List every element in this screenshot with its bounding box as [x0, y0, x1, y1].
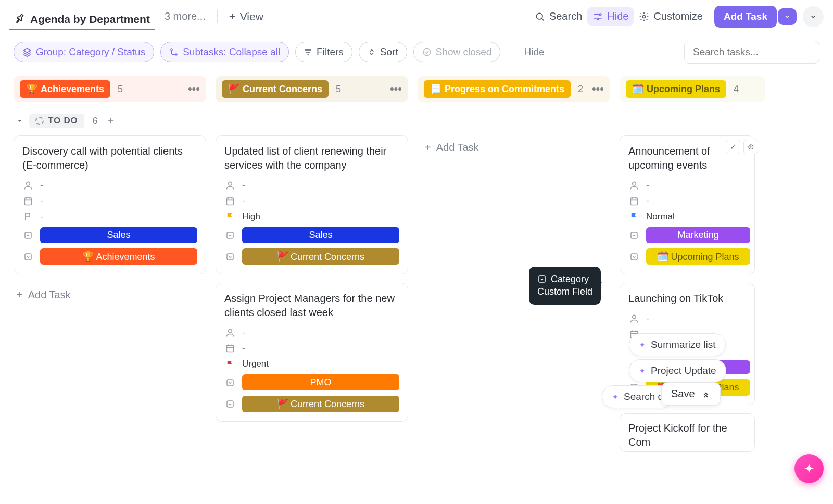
calendar-icon: 🗓️	[632, 83, 643, 95]
swimlane-header[interactable]: TO DO 6	[0, 102, 833, 135]
flag-icon	[224, 359, 236, 369]
svg-rect-8	[24, 198, 31, 205]
group-pill[interactable]: Group: Category / Status	[14, 42, 154, 62]
task-card[interactable]: Assign Project Managers for the new clie…	[216, 283, 408, 422]
current-view-tab[interactable]: Agenda by Department	[9, 10, 155, 30]
more-views-link[interactable]: 3 more...	[165, 10, 206, 22]
customize-button[interactable]: Customize	[634, 7, 708, 26]
svg-point-4	[171, 49, 172, 51]
dropdown-icon	[224, 252, 236, 261]
svg-point-15	[229, 329, 232, 333]
add-task-link[interactable]: + Add Task	[418, 135, 610, 160]
add-view-button[interactable]: + View	[229, 10, 263, 23]
plus-icon: +	[229, 10, 236, 23]
layers-icon	[22, 47, 32, 57]
svg-point-5	[175, 54, 177, 55]
task-card[interactable]: Project Kickoff for the Com	[620, 413, 755, 452]
flag-icon: 🚩	[228, 83, 239, 95]
add-task-button[interactable]: Add Task	[714, 6, 777, 28]
hide-filters-link[interactable]: Hide	[524, 46, 544, 58]
task-card[interactable]: Updated list of client renewing their se…	[216, 135, 408, 274]
task-title: Assign Project Managers for the new clie…	[224, 292, 399, 320]
subtasks-pill[interactable]: Subtasks: Collapse all	[160, 42, 289, 62]
add-subtask-button[interactable]: ⊕	[743, 140, 758, 154]
svg-rect-13	[227, 232, 233, 238]
svg-rect-20	[630, 198, 637, 205]
search-tasks-input[interactable]	[684, 41, 819, 64]
assignee-value: -	[40, 180, 43, 191]
category-badge[interactable]: 🚩Current Concerns	[242, 248, 399, 265]
person-icon	[224, 180, 236, 191]
dropdown-icon	[224, 399, 236, 409]
assignee-value: -	[646, 313, 649, 324]
card-column-achievements: Discovery call with potential clients (E…	[14, 135, 206, 307]
save-chip[interactable]: Save	[661, 382, 721, 406]
person-icon	[628, 180, 640, 191]
dropdown-icon	[22, 252, 34, 261]
column-menu-icon[interactable]: •••	[390, 82, 402, 96]
sparkle-icon: ✦	[612, 392, 619, 402]
task-card[interactable]: Discovery call with potential clients (E…	[14, 135, 206, 274]
search-button[interactable]: Search	[529, 7, 587, 26]
date-value: -	[242, 196, 245, 206]
department-badge[interactable]: Sales	[242, 227, 399, 243]
task-title: Updated list of client renewing their se…	[224, 144, 399, 172]
add-status-button[interactable]	[106, 116, 116, 125]
ai-summarize-chip[interactable]: ✦ Summarize list	[629, 333, 726, 356]
task-card[interactable]: Announcement of upcoming events - - Norm…	[620, 135, 755, 274]
column-header-concerns[interactable]: 🚩 Current Concerns 5 •••	[216, 76, 408, 102]
column-menu-icon[interactable]: •••	[592, 82, 604, 96]
plus-icon: +	[17, 289, 23, 301]
top-toolbar: Agenda by Department 3 more... + View Se…	[0, 0, 833, 33]
status-pill[interactable]: TO DO	[29, 114, 84, 128]
column-header-progress[interactable]: 📃 Progress on Commitments 2 •••	[418, 76, 610, 102]
sort-icon	[368, 48, 376, 56]
ai-project-update-chip[interactable]: ✦ Project Update	[629, 359, 726, 382]
department-badge[interactable]: Marketing	[646, 227, 750, 243]
divider	[217, 10, 218, 23]
svg-point-6	[423, 48, 431, 56]
search-label: Search	[549, 10, 582, 22]
flag-icon	[628, 212, 640, 221]
priority-value: Normal	[646, 211, 675, 222]
divider	[512, 46, 512, 58]
chevron-down-icon[interactable]	[16, 117, 24, 125]
department-badge[interactable]: PMO	[242, 374, 399, 390]
complete-task-button[interactable]: ✓	[726, 140, 740, 154]
view-name: Agenda by Department	[30, 13, 150, 26]
hide-label: Hide	[607, 10, 628, 22]
column-header-upcoming[interactable]: 🗓️ Upcoming Plans 4	[620, 76, 765, 102]
svg-point-7	[27, 182, 30, 185]
dropdown-icon	[628, 231, 640, 240]
dropdown-icon	[224, 231, 236, 240]
show-closed-label: Show closed	[436, 46, 492, 58]
svg-rect-17	[227, 380, 233, 386]
svg-point-0	[536, 13, 542, 19]
column-count: 2	[578, 84, 583, 95]
check-circle-icon	[422, 47, 432, 57]
add-task-dropdown[interactable]	[778, 8, 797, 25]
show-closed-pill[interactable]: Show closed	[413, 42, 501, 62]
pin-icon	[15, 14, 26, 25]
category-badge[interactable]: 🏆Achievements	[40, 248, 197, 265]
priority-value: High	[242, 211, 260, 222]
more-menu-button[interactable]	[803, 6, 824, 27]
sort-pill[interactable]: Sort	[359, 42, 407, 62]
trophy-icon: 🏆	[26, 83, 37, 95]
ai-summarize-label: Summarize list	[651, 339, 716, 350]
filters-pill[interactable]: Filters	[295, 42, 352, 62]
page-icon: 📃	[430, 83, 441, 95]
add-task-link[interactable]: + Add Task	[14, 283, 206, 307]
svg-rect-22	[631, 254, 637, 260]
column-count: 5	[118, 84, 123, 95]
sort-label: Sort	[380, 46, 398, 58]
column-header-achievements[interactable]: 🏆 Achievements 5 •••	[14, 76, 206, 102]
department-badge[interactable]: Sales	[40, 227, 197, 243]
category-badge[interactable]: 🚩Current Concerns	[242, 396, 399, 412]
hide-button[interactable]: Hide	[587, 7, 634, 26]
category-badge[interactable]: 🗓️Upcoming Plans	[646, 248, 750, 265]
status-label: TO DO	[48, 116, 78, 126]
column-tag: 🗓️ Upcoming Plans	[626, 80, 726, 98]
ai-search-label: Search d	[624, 391, 663, 402]
column-menu-icon[interactable]: •••	[188, 82, 200, 96]
